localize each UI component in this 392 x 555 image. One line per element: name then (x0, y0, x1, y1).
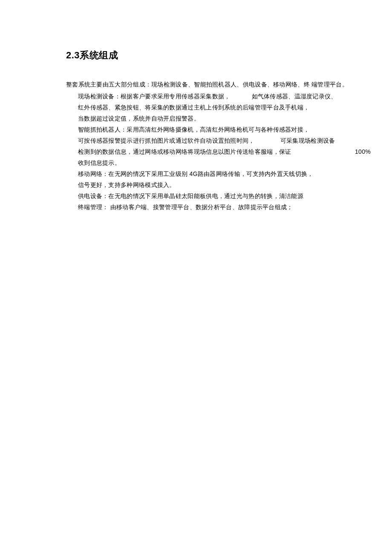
percent-value: 100% (355, 146, 371, 157)
text-line: 收到信息提示。 (78, 157, 358, 168)
text-line: 当数据超过设定值，系统并自动开启报警器。 (78, 113, 358, 124)
text-line: 红外传感器、紧急按钮、将采集的数据通过主机上传到系统的后端管理平台及手机端， (78, 102, 358, 113)
section-heading: 2.3系统组成 (66, 49, 358, 62)
text-line: 供电设备：在无电的情况下采用单晶硅太阳能板供电，通过光与热的转换，清洁能源 (78, 190, 358, 201)
text-segment: 现场检测设备：根据客户要求采用专用传感器采集数据， (78, 93, 231, 100)
text-segment: 检测到的数据信息，通过网络或移动网络将现场信息以图片传送给客服端，保证 (78, 148, 291, 155)
text-segment: 4G (190, 170, 198, 177)
text-segment: 如气体传感器、温湿度记录仪、 (252, 93, 337, 100)
text-line: 现场检测设备：根据客户要求采用专用传感器采集数据，如气体传感器、温湿度记录仪、 (78, 91, 358, 102)
text-line: 信号更好，支持多种网络模式接入。 (78, 179, 358, 190)
text-line: 终端管理： 由移动客户端、接警管理平台、数据分析平台、故障提示平台组成； (78, 201, 358, 213)
text-segment: 可按传感器报警提示进行抓拍图片或通过软件自动设置拍照时间， (78, 137, 255, 144)
text-line: 智能抓拍机器人：采用高清红外网络摄像机，高清红外网络枪机可与各种传感器对接， (78, 124, 358, 135)
text-line: 可按传感器报警提示进行抓拍图片或通过软件自动设置拍照时间，可采集现场检测设备 (78, 135, 358, 146)
text-segment: 可采集现场检测设备 (280, 137, 335, 144)
text-segment: 移动网络：在无网的情况下采用工业级别 (78, 170, 190, 177)
text-segment: 路由器网络传输，可支持内外置天线切换， (198, 170, 314, 177)
body-text: 现场检测设备：根据客户要求采用专用传感器采集数据，如气体传感器、温湿度记录仪、 … (66, 91, 358, 213)
text-line: 移动网络：在无网的情况下采用工业级别 4G路由器网络传输，可支持内外置天线切换， (78, 168, 358, 179)
intro-paragraph: 整套系统主要由五大部分组成：现场检测设备、智能拍照机器人、供电设备、移动网络、终… (66, 79, 358, 90)
text-line: 检测到的数据信息，通过网络或移动网络将现场信息以图片传送给客服端，保证100% (78, 146, 358, 157)
